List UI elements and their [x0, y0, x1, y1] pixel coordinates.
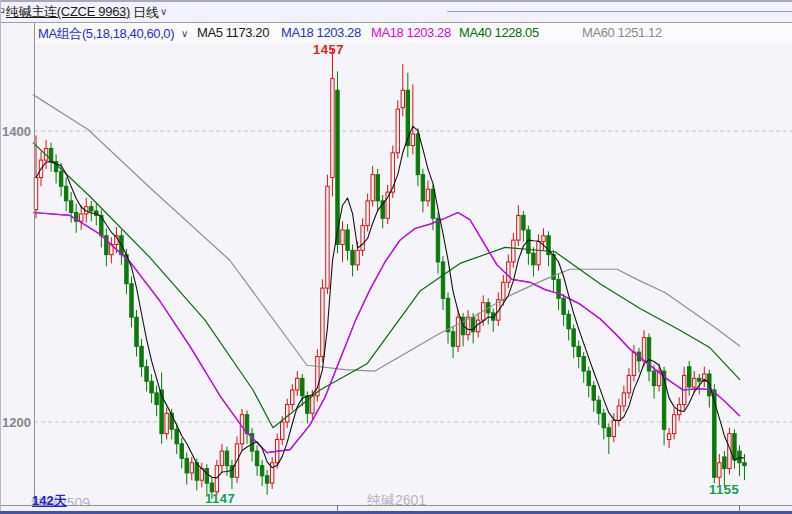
candle-body: [175, 429, 178, 444]
candle-body: [451, 332, 454, 347]
candle-body: [331, 79, 334, 178]
legend-ma5-value: MA5 1173.20: [197, 25, 269, 40]
candle-body: [321, 288, 324, 356]
candle-body: [180, 444, 183, 459]
candle-body: [64, 186, 67, 201]
candle-body: [260, 466, 263, 476]
candle-body: [617, 406, 620, 421]
period-selector[interactable]: 日线: [133, 4, 159, 22]
instrument-title-link[interactable]: 纯碱主连(CZCE 9963): [6, 3, 130, 21]
candle-body: [291, 390, 294, 405]
candle-body: [743, 463, 746, 466]
candle-body: [607, 428, 610, 437]
candle-body: [582, 357, 585, 372]
candle-body: [225, 451, 228, 466]
ma18_magenta-line: [33, 212, 740, 452]
candle-body: [341, 230, 344, 245]
candle-body: [215, 466, 218, 492]
y-axis-label-1400: 1400: [0, 124, 31, 139]
ma60-line: [33, 95, 740, 371]
candle-body: [587, 371, 590, 386]
legend-ma18-blue-value: MA18 1203.28: [281, 25, 361, 40]
candle-body: [165, 413, 168, 433]
candle-body: [738, 451, 741, 463]
candle-body: [597, 400, 600, 413]
candle-body: [306, 396, 309, 413]
candle-body: [401, 90, 404, 107]
candle-body: [351, 250, 354, 265]
visible-days-link[interactable]: 142天: [32, 492, 67, 510]
chevron-down-icon[interactable]: ∨: [181, 28, 188, 39]
candle-body: [577, 346, 580, 356]
candle-body: [155, 393, 158, 405]
candle-body: [592, 386, 595, 401]
candle-body: [723, 457, 726, 469]
ma18_blue-line: [33, 212, 740, 452]
candle-body: [627, 375, 630, 392]
candle-body: [688, 367, 691, 387]
candle-body: [502, 282, 505, 299]
candle-body: [642, 338, 645, 361]
high-price-annotation: 1457: [313, 42, 344, 57]
candle-body: [411, 134, 414, 146]
time-axis-line: [0, 505, 792, 506]
candle-body: [436, 218, 439, 262]
price-axis-line: [34, 22, 35, 505]
candle-body: [240, 415, 243, 444]
candle-body: [185, 458, 188, 473]
candle-body: [301, 378, 304, 395]
candle-body: [567, 314, 570, 329]
ma40-line: [33, 143, 740, 428]
candle-body: [537, 242, 540, 265]
candle-body: [255, 451, 258, 466]
candle-body: [446, 298, 449, 331]
candle-body: [652, 371, 655, 386]
candle-body: [80, 214, 83, 221]
candle-body: [145, 367, 148, 382]
candle-body: [557, 279, 560, 298]
candle-body: [135, 317, 138, 346]
candle-body: [366, 201, 369, 226]
recent-low-annotation: 1155: [709, 482, 739, 497]
candle-body: [693, 378, 696, 387]
candle-body: [416, 134, 419, 175]
candle-body: [622, 393, 625, 406]
candle-body: [426, 189, 429, 201]
candle-body: [59, 172, 62, 187]
candle-body: [522, 215, 525, 230]
candle-body: [572, 329, 575, 346]
candle-body: [532, 253, 535, 265]
candle-body: [286, 405, 289, 422]
candle-body: [612, 421, 615, 437]
legend-ma60-value: MA60 1251.12: [582, 25, 662, 40]
candle-body: [281, 422, 284, 439]
legend-ma40-value: MA40 1228.05: [459, 25, 539, 40]
candle-body: [507, 262, 510, 282]
candle-body: [311, 396, 314, 413]
candle-body: [456, 317, 459, 346]
candle-body: [542, 236, 545, 242]
legend-ma18-magenta-value: MA18 1203.28: [371, 25, 451, 40]
candle-body: [90, 207, 93, 211]
window-top-edge: [0, 0, 792, 2]
chevron-down-icon[interactable]: ∨: [160, 6, 167, 17]
candle-body: [562, 298, 565, 314]
pane-edge-line: [447, 11, 792, 12]
candle-body: [361, 226, 364, 251]
y-axis-label-1200: 1200: [0, 415, 31, 430]
candle-body: [421, 175, 424, 201]
candle-body: [512, 240, 515, 262]
candle-body: [431, 189, 434, 218]
candle-body: [69, 201, 72, 213]
candle-body: [718, 463, 721, 478]
candle-body: [371, 175, 374, 201]
candle-body: [602, 413, 605, 428]
candle-body: [190, 463, 193, 473]
candle-body: [265, 476, 268, 483]
candlestick-chart[interactable]: [0, 0, 792, 514]
ma5-line: [36, 126, 744, 478]
ma-group-dropdown[interactable]: MA组合(5,18,18,40,60,0): [38, 25, 174, 43]
candle-body: [441, 262, 444, 298]
window-left-edge: [0, 0, 1, 514]
candle-body: [517, 215, 520, 240]
